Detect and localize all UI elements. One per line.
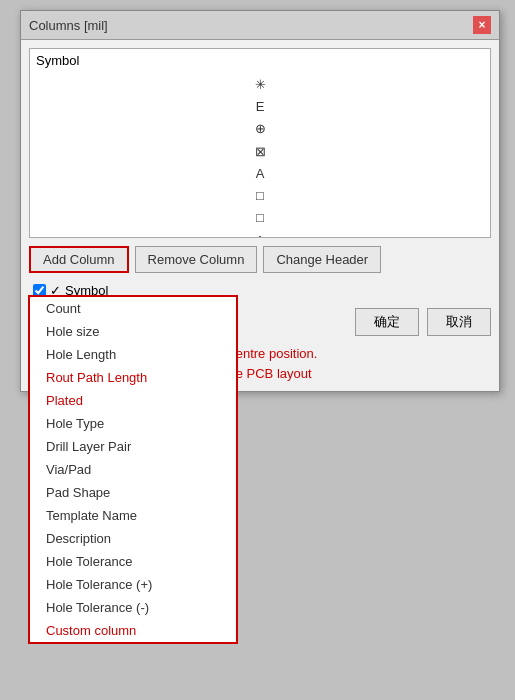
dropdown-item-template-name[interactable]: Template Name	[30, 504, 236, 527]
dropdown-item-hole-type[interactable]: Hole Type	[30, 412, 236, 435]
list-header: Symbol	[30, 49, 490, 72]
symbol-a: A	[256, 165, 265, 183]
symbol-e: E	[256, 98, 265, 116]
change-header-button[interactable]: Change Header	[263, 246, 381, 273]
symbols-container: ✳ E ⊕ ⊠ A □ □ ◇ ✚	[30, 72, 490, 238]
cancel-button[interactable]: 取消	[427, 308, 491, 336]
symbol-square2: □	[256, 209, 264, 227]
title-bar: Columns [mil] ×	[21, 11, 499, 40]
dropdown-item-plated[interactable]: Plated	[30, 389, 236, 412]
symbol-square1: □	[256, 187, 264, 205]
dropdown-item-hole-tolerance-+[interactable]: Hole Tolerance (+)	[30, 573, 236, 596]
dropdown-item-custom-column[interactable]: Custom column	[30, 619, 236, 642]
symbol-star: ✳	[255, 76, 266, 94]
symbol-diamond: ◇	[255, 231, 265, 238]
dropdown-popup: CountHole sizeHole LengthRout Path Lengt…	[28, 295, 238, 644]
remove-column-button[interactable]: Remove Column	[135, 246, 258, 273]
close-button[interactable]: ×	[473, 16, 491, 34]
dropdown-item-hole-size[interactable]: Hole size	[30, 320, 236, 343]
action-buttons: Add Column Remove Column Change Header	[29, 246, 491, 273]
dropdown-item-hole-tolerance--[interactable]: Hole Tolerance (-)	[30, 596, 236, 619]
symbol-circle-plus: ⊕	[255, 120, 266, 138]
dropdown-item-drill-layer-pair[interactable]: Drill Layer Pair	[30, 435, 236, 458]
ok-button[interactable]: 确定	[355, 308, 419, 336]
dropdown-item-description[interactable]: Description	[30, 527, 236, 550]
dropdown-item-count[interactable]: Count	[30, 297, 236, 320]
symbols-list[interactable]: Symbol ✳ E ⊕ ⊠ A □ □ ◇ ✚	[29, 48, 491, 238]
dropdown-item-hole-length[interactable]: Hole Length	[30, 343, 236, 366]
add-column-button[interactable]: Add Column	[29, 246, 129, 273]
dropdown-item-rout-path-length[interactable]: Rout Path Length	[30, 366, 236, 389]
dropdown-item-hole-tolerance[interactable]: Hole Tolerance	[30, 550, 236, 573]
dropdown-item-via/pad[interactable]: Via/Pad	[30, 458, 236, 481]
dropdown-item-pad-shape[interactable]: Pad Shape	[30, 481, 236, 504]
dialog-title: Columns [mil]	[29, 18, 108, 33]
symbol-box-x: ⊠	[255, 143, 266, 161]
